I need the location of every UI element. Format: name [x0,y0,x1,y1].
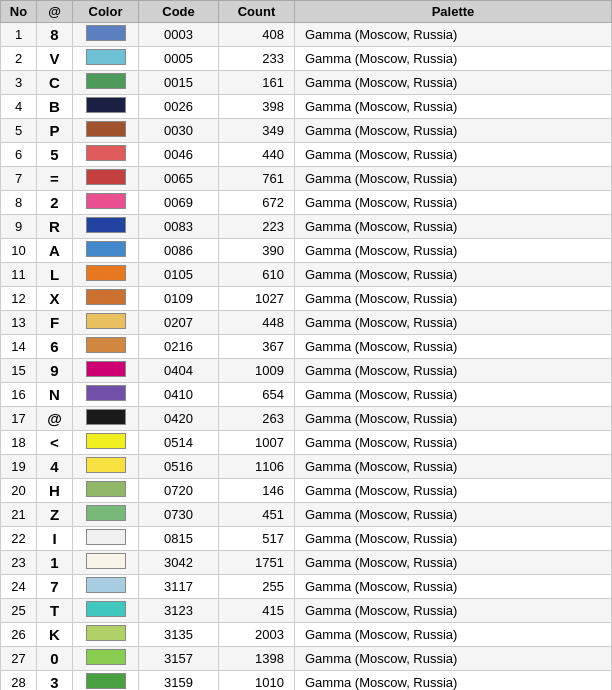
table-row: 3C0015161Gamma (Moscow, Russia) [1,71,612,95]
cell-at: P [37,119,73,143]
cell-no: 9 [1,215,37,239]
color-swatch [86,121,126,137]
cell-palette: Gamma (Moscow, Russia) [295,335,612,359]
cell-code: 3117 [139,575,219,599]
table-row: 18<05141007Gamma (Moscow, Russia) [1,431,612,455]
cell-palette: Gamma (Moscow, Russia) [295,263,612,287]
cell-no: 26 [1,623,37,647]
cell-count: 398 [219,95,295,119]
cell-code: 3135 [139,623,219,647]
cell-palette: Gamma (Moscow, Russia) [295,23,612,47]
data-table: No @ Color Code Count Palette 180003408G… [0,0,612,690]
cell-count: 1398 [219,647,295,671]
color-swatch [86,577,126,593]
cell-at: 4 [37,455,73,479]
cell-at: N [37,383,73,407]
header-at: @ [37,1,73,23]
cell-palette: Gamma (Moscow, Russia) [295,71,612,95]
table-row: 23130421751Gamma (Moscow, Russia) [1,551,612,575]
header-color: Color [73,1,139,23]
cell-palette: Gamma (Moscow, Russia) [295,47,612,71]
cell-at: 2 [37,191,73,215]
cell-palette: Gamma (Moscow, Russia) [295,407,612,431]
cell-at: K [37,623,73,647]
header-count: Count [219,1,295,23]
cell-no: 19 [1,455,37,479]
cell-color [73,407,139,431]
cell-palette: Gamma (Moscow, Russia) [295,191,612,215]
cell-at: T [37,599,73,623]
cell-at: 7 [37,575,73,599]
color-swatch [86,265,126,281]
cell-no: 27 [1,647,37,671]
cell-no: 4 [1,95,37,119]
table-row: 10A0086390Gamma (Moscow, Russia) [1,239,612,263]
cell-code: 0109 [139,287,219,311]
cell-no: 15 [1,359,37,383]
table-row: 820069672Gamma (Moscow, Russia) [1,191,612,215]
cell-count: 672 [219,191,295,215]
cell-code: 0026 [139,95,219,119]
cell-at: H [37,479,73,503]
color-swatch [86,361,126,377]
cell-count: 1009 [219,359,295,383]
cell-color [73,119,139,143]
cell-color [73,599,139,623]
table-row: 13F0207448Gamma (Moscow, Russia) [1,311,612,335]
color-swatch [86,385,126,401]
cell-palette: Gamma (Moscow, Russia) [295,95,612,119]
cell-count: 1027 [219,287,295,311]
cell-palette: Gamma (Moscow, Russia) [295,671,612,691]
cell-count: 233 [219,47,295,71]
cell-palette: Gamma (Moscow, Russia) [295,119,612,143]
cell-color [73,191,139,215]
cell-no: 11 [1,263,37,287]
cell-color [73,359,139,383]
cell-color [73,143,139,167]
cell-code: 0005 [139,47,219,71]
table-row: 25T3123415Gamma (Moscow, Russia) [1,599,612,623]
cell-code: 0069 [139,191,219,215]
cell-count: 367 [219,335,295,359]
table-row: 11L0105610Gamma (Moscow, Russia) [1,263,612,287]
cell-count: 161 [219,71,295,95]
cell-count: 654 [219,383,295,407]
cell-no: 22 [1,527,37,551]
cell-at: C [37,71,73,95]
cell-no: 24 [1,575,37,599]
cell-count: 263 [219,407,295,431]
color-swatch [86,433,126,449]
table-row: 16N0410654Gamma (Moscow, Russia) [1,383,612,407]
cell-at: Z [37,503,73,527]
cell-code: 0046 [139,143,219,167]
cell-palette: Gamma (Moscow, Russia) [295,359,612,383]
color-swatch [86,217,126,233]
cell-no: 13 [1,311,37,335]
cell-count: 451 [219,503,295,527]
cell-palette: Gamma (Moscow, Russia) [295,287,612,311]
cell-palette: Gamma (Moscow, Russia) [295,383,612,407]
cell-at: @ [37,407,73,431]
cell-code: 0516 [139,455,219,479]
cell-count: 517 [219,527,295,551]
color-swatch [86,457,126,473]
table-row: 1460216367Gamma (Moscow, Russia) [1,335,612,359]
cell-no: 14 [1,335,37,359]
cell-color [73,71,139,95]
cell-palette: Gamma (Moscow, Russia) [295,551,612,575]
cell-count: 2003 [219,623,295,647]
table-row: 2473117255Gamma (Moscow, Russia) [1,575,612,599]
cell-at: X [37,287,73,311]
cell-color [73,479,139,503]
color-swatch [86,289,126,305]
cell-code: 0030 [139,119,219,143]
cell-code: 3157 [139,647,219,671]
color-swatch [86,49,126,65]
cell-palette: Gamma (Moscow, Russia) [295,311,612,335]
cell-code: 0404 [139,359,219,383]
cell-palette: Gamma (Moscow, Russia) [295,239,612,263]
cell-no: 12 [1,287,37,311]
cell-count: 1106 [219,455,295,479]
cell-palette: Gamma (Moscow, Russia) [295,215,612,239]
cell-count: 761 [219,167,295,191]
